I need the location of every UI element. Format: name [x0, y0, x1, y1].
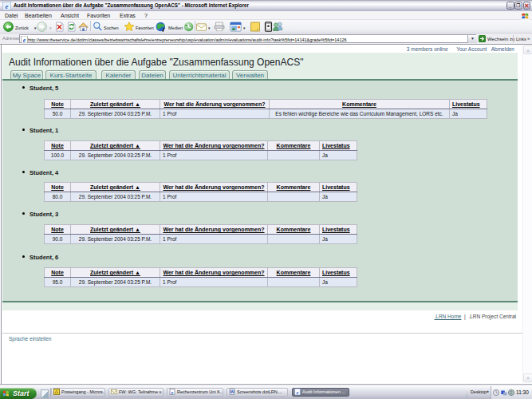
svg-text:W: W — [230, 389, 234, 394]
svg-text:e: e — [171, 389, 174, 395]
svg-text:e: e — [23, 37, 26, 44]
svg-text:e: e — [6, 2, 9, 10]
svg-text:e: e — [297, 389, 299, 395]
